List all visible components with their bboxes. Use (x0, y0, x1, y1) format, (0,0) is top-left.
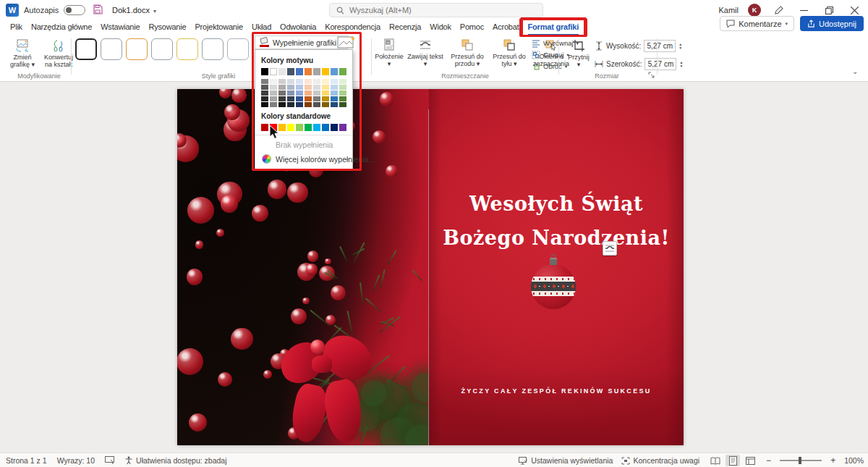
theme-shade-swatch[interactable] (287, 91, 294, 96)
theme-shade-swatch[interactable] (278, 102, 286, 107)
theme-shade-swatch[interactable] (261, 85, 268, 90)
theme-shade-swatch[interactable] (322, 96, 329, 101)
wrap-text-button[interactable]: Zawijaj tekst ▾ (405, 37, 446, 68)
accessibility-status[interactable]: Ułatwienia dostępu: zbadaj (124, 456, 227, 465)
theme-shade-swatch[interactable] (296, 85, 303, 90)
search-input[interactable]: Wyszukaj (Alt+M) (329, 3, 543, 17)
theme-color-swatch[interactable] (287, 68, 294, 75)
picture-style-icon[interactable] (337, 35, 356, 49)
theme-color-swatch[interactable] (339, 68, 346, 75)
crop-button[interactable]: Przytnij▾ (564, 38, 593, 69)
theme-shade-swatch[interactable] (296, 79, 303, 84)
standard-color-swatch[interactable] (287, 124, 294, 131)
theme-shade-swatch[interactable] (313, 102, 320, 107)
theme-shade-swatch[interactable] (278, 85, 286, 90)
picture-style-swatch[interactable] (126, 38, 148, 60)
height-field[interactable]: 5,27 cm (644, 40, 676, 52)
theme-shade-swatch[interactable] (331, 102, 338, 107)
picture-style-swatch[interactable] (151, 38, 173, 60)
theme-shade-swatch[interactable] (313, 79, 320, 84)
theme-shade-swatch[interactable] (278, 79, 286, 84)
theme-shade-swatch[interactable] (287, 102, 294, 107)
theme-shade-swatch[interactable] (305, 85, 312, 90)
tab-pomoc[interactable]: Pomoc (456, 20, 488, 35)
theme-shade-swatch[interactable] (313, 85, 320, 90)
document-title[interactable]: Dok1.docx▾ (112, 6, 156, 14)
comments-button[interactable]: Komentarze ▾ (720, 16, 794, 31)
theme-shade-swatch[interactable] (270, 91, 277, 96)
theme-shade-swatch[interactable] (313, 96, 320, 101)
tab-rysowanie[interactable]: Rysowanie (144, 20, 190, 35)
picture-fill-button[interactable]: Wypełnienie grafiki ▾ (255, 35, 348, 49)
standard-color-swatch[interactable] (331, 124, 338, 131)
print-layout-view-button[interactable] (726, 455, 740, 466)
standard-color-swatch[interactable] (322, 124, 329, 131)
read-mode-view-button[interactable] (708, 455, 723, 466)
theme-shade-swatch[interactable] (339, 102, 346, 107)
tab-projektowanie[interactable]: Projektowanie (190, 20, 247, 35)
standard-color-swatch[interactable] (261, 124, 268, 131)
bring-forward-button[interactable]: Przesuń do przodu ▾ (447, 37, 488, 68)
theme-color-swatch[interactable] (331, 68, 338, 75)
theme-color-swatch[interactable] (261, 68, 268, 75)
theme-shade-swatch[interactable] (287, 96, 294, 101)
theme-shade-swatch[interactable] (331, 85, 338, 90)
tab-acrobat[interactable]: Acrobat (488, 20, 524, 35)
standard-color-swatch[interactable] (305, 124, 312, 131)
collapse-ribbon-icon[interactable]: ⌄ (852, 67, 858, 75)
tab-uk-ad[interactable]: Układ (247, 20, 276, 35)
tab-plik[interactable]: Plik (6, 20, 27, 35)
theme-shade-swatch[interactable] (261, 79, 268, 84)
theme-color-swatch[interactable] (278, 68, 286, 75)
share-button[interactable]: Udostępnij (800, 16, 864, 31)
theme-shade-swatch[interactable] (296, 102, 303, 107)
theme-shade-swatch[interactable] (296, 91, 303, 96)
zoom-level[interactable]: 100% (844, 456, 864, 465)
picture-style-swatch[interactable] (227, 38, 249, 60)
zoom-slider[interactable] (780, 460, 822, 461)
picture-style-swatch[interactable] (101, 38, 122, 60)
tab-format-grafiki[interactable]: Format grafiki (524, 20, 584, 35)
picture-style-swatch[interactable] (75, 38, 97, 60)
theme-shade-swatch[interactable] (261, 91, 268, 96)
theme-shade-swatch[interactable] (261, 102, 268, 107)
keyboard-icon[interactable] (105, 456, 114, 464)
theme-shade-swatch[interactable] (270, 96, 277, 101)
tab-recenzja[interactable]: Recenzja (385, 20, 425, 35)
word-count[interactable]: Wyrazy: 10 (57, 456, 95, 465)
theme-shade-swatch[interactable] (322, 79, 329, 84)
layout-options-button[interactable] (603, 241, 617, 256)
web-layout-view-button[interactable] (743, 455, 757, 466)
theme-shade-swatch[interactable] (287, 79, 294, 84)
zoom-in-button[interactable]: + (830, 455, 835, 466)
theme-shade-swatch[interactable] (331, 79, 338, 84)
focus-mode-button[interactable]: Koncentracja uwagi (621, 456, 699, 465)
zoom-slider-thumb[interactable] (799, 457, 801, 464)
theme-color-swatch[interactable] (305, 68, 312, 75)
send-backward-button[interactable]: Przesuń do tyłu ▾ (489, 37, 529, 68)
theme-shade-swatch[interactable] (270, 85, 277, 90)
tab-wstawianie[interactable]: Wstawianie (96, 20, 144, 35)
theme-shade-swatch[interactable] (296, 96, 303, 101)
theme-color-swatch[interactable] (296, 68, 303, 75)
width-stepper[interactable]: ▲▼ (679, 61, 683, 68)
theme-shade-swatch[interactable] (339, 85, 346, 90)
more-fill-colors-item[interactable]: Więcej kolorów wypełnienia... (261, 152, 346, 167)
theme-shade-swatch[interactable] (339, 79, 346, 84)
picture-style-swatch[interactable] (176, 38, 198, 60)
theme-shade-swatch[interactable] (322, 85, 329, 90)
zoom-out-button[interactable]: − (766, 455, 771, 466)
avatar[interactable]: K (748, 4, 761, 17)
theme-shade-swatch[interactable] (278, 91, 286, 96)
picture-style-swatch[interactable] (202, 38, 224, 60)
theme-shade-swatch[interactable] (270, 79, 277, 84)
theme-color-swatch[interactable] (322, 68, 329, 75)
width-field[interactable]: 5,27 cm (644, 58, 676, 70)
size-dialog-launcher-icon[interactable] (648, 72, 655, 78)
tab-korespondencja[interactable]: Korespondencja (320, 20, 385, 35)
theme-shade-swatch[interactable] (322, 102, 329, 107)
theme-shade-swatch[interactable] (305, 79, 312, 84)
theme-shade-swatch[interactable] (305, 91, 312, 96)
tab-odwo-ania[interactable]: Odwołania (276, 20, 320, 35)
display-settings-button[interactable]: Ustawienia wyświetlania (519, 456, 613, 465)
